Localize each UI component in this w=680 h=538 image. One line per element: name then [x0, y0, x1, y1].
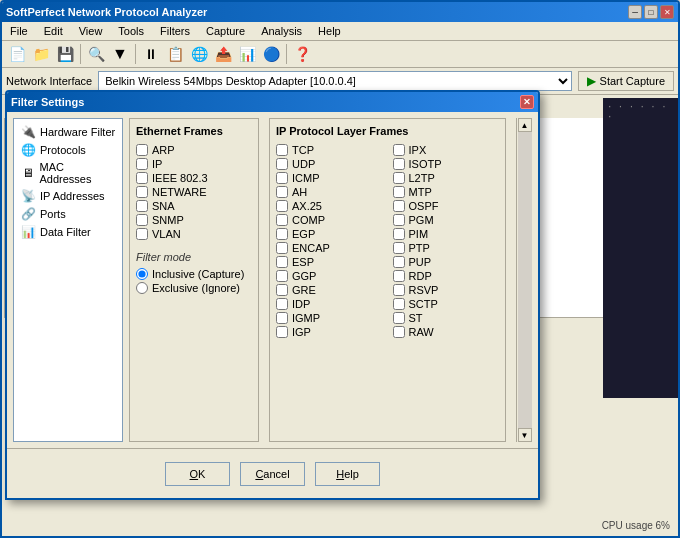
toolbar-save[interactable]: 💾: [54, 43, 76, 65]
ip-idp-checkbox[interactable]: [276, 298, 288, 310]
ip-ospf-checkbox[interactable]: [393, 200, 405, 212]
mac-icon: 🖥: [20, 166, 36, 180]
eth-snmp-checkbox[interactable]: [136, 214, 148, 226]
minimize-button[interactable]: ─: [628, 5, 642, 19]
toolbar-new[interactable]: 📄: [6, 43, 28, 65]
scroll-track[interactable]: [518, 132, 532, 428]
toolbar-filter[interactable]: ▼: [109, 43, 131, 65]
ip-tcp-label: TCP: [292, 144, 314, 156]
eth-vlan-checkbox[interactable]: [136, 228, 148, 240]
ip-raw-checkbox[interactable]: [393, 326, 405, 338]
ip-comp-checkbox[interactable]: [276, 214, 288, 226]
toolbar-globe[interactable]: 🌐: [188, 43, 210, 65]
ip-tcp: TCP: [276, 143, 383, 157]
ip-isotp-checkbox[interactable]: [393, 158, 405, 170]
scroll-down-arrow[interactable]: ▼: [518, 428, 532, 442]
ip-icmp: ICMP: [276, 171, 383, 185]
eth-ieee8023-label: IEEE 802.3: [152, 172, 208, 184]
menu-edit[interactable]: Edit: [40, 24, 67, 38]
sidebar-item-hardware-filter[interactable]: 🔌 Hardware Filter: [14, 123, 122, 141]
maximize-button[interactable]: □: [644, 5, 658, 19]
ip-rsvp-checkbox[interactable]: [393, 284, 405, 296]
eth-ieee8023-checkbox[interactable]: [136, 172, 148, 184]
menu-tools[interactable]: Tools: [114, 24, 148, 38]
eth-arp-checkbox[interactable]: [136, 144, 148, 156]
ip-rdp-checkbox[interactable]: [393, 270, 405, 282]
ip-pgm-checkbox[interactable]: [393, 214, 405, 226]
radio-inclusive-input[interactable]: [136, 268, 148, 280]
title-bar: SoftPerfect Network Protocol Analyzer ─ …: [2, 2, 678, 22]
close-button[interactable]: ✕: [660, 5, 674, 19]
ip-ipx-checkbox[interactable]: [393, 144, 405, 156]
menu-help[interactable]: Help: [314, 24, 345, 38]
ip-gre-checkbox[interactable]: [276, 284, 288, 296]
eth-ip-checkbox[interactable]: [136, 158, 148, 170]
toolbar-dot[interactable]: 🔵: [260, 43, 282, 65]
radio-exclusive: Exclusive (Ignore): [136, 281, 252, 295]
ip-frames-group: IP Protocol Layer Frames TCP UDP: [269, 118, 506, 442]
ip-ggp-checkbox[interactable]: [276, 270, 288, 282]
ip-igmp-checkbox[interactable]: [276, 312, 288, 324]
ip-st-checkbox[interactable]: [393, 312, 405, 324]
eth-netware-checkbox[interactable]: [136, 186, 148, 198]
ip-pup-checkbox[interactable]: [393, 256, 405, 268]
scrollbar[interactable]: ▲ ▼: [516, 118, 532, 442]
ip-ptp-checkbox[interactable]: [393, 242, 405, 254]
ok-button[interactable]: OK: [165, 462, 230, 486]
menu-view[interactable]: View: [75, 24, 107, 38]
menu-capture[interactable]: Capture: [202, 24, 249, 38]
ip-igmp-label: IGMP: [292, 312, 320, 324]
toolbar-open[interactable]: 📁: [30, 43, 52, 65]
eth-arp: ARP: [136, 143, 252, 157]
title-bar-buttons: ─ □ ✕: [628, 5, 674, 19]
eth-snmp-label: SNMP: [152, 214, 184, 226]
cancel-button[interactable]: Cancel: [240, 462, 305, 486]
sidebar-item-mac-addresses[interactable]: 🖥 MAC Addresses: [14, 159, 122, 187]
filter-mode-title: Filter mode: [136, 251, 252, 263]
cpu-usage: CPU usage 6%: [598, 519, 674, 532]
ip-sctp-checkbox[interactable]: [393, 298, 405, 310]
network-select[interactable]: Belkin Wireless 54Mbps Desktop Adapter […: [98, 71, 571, 91]
ip-encap-checkbox[interactable]: [276, 242, 288, 254]
ip-pim-label: PIM: [409, 228, 429, 240]
sidebar-item-ip-addresses[interactable]: 📡 IP Addresses: [14, 187, 122, 205]
radio-exclusive-input[interactable]: [136, 282, 148, 294]
eth-sna-checkbox[interactable]: [136, 200, 148, 212]
start-capture-button[interactable]: ▶ Start Capture: [578, 71, 674, 91]
dialog-close-button[interactable]: ✕: [520, 95, 534, 109]
ip-igp-label: IGP: [292, 326, 311, 338]
toolbar-pause[interactable]: ⏸: [140, 43, 162, 65]
ip-icmp-checkbox[interactable]: [276, 172, 288, 184]
toolbar-help[interactable]: ❓: [291, 43, 313, 65]
help-button[interactable]: Help: [315, 462, 380, 486]
ip-mtp-checkbox[interactable]: [393, 186, 405, 198]
ip-l2tp-checkbox[interactable]: [393, 172, 405, 184]
sidebar-item-data-filter[interactable]: 📊 Data Filter: [14, 223, 122, 241]
eth-arp-label: ARP: [152, 144, 175, 156]
menu-analysis[interactable]: Analysis: [257, 24, 306, 38]
eth-ip-label: IP: [152, 158, 162, 170]
ok-underline: O: [190, 468, 199, 480]
sidebar-item-protocols[interactable]: 🌐 Protocols: [14, 141, 122, 159]
sidebar-item-ports[interactable]: 🔗 Ports: [14, 205, 122, 223]
menu-file[interactable]: File: [6, 24, 32, 38]
toolbar-copy[interactable]: 📋: [164, 43, 186, 65]
ip-igp-checkbox[interactable]: [276, 326, 288, 338]
scroll-up-arrow[interactable]: ▲: [518, 118, 532, 132]
play-icon: ▶: [587, 74, 596, 88]
ip-tcp-checkbox[interactable]: [276, 144, 288, 156]
ip-pim-checkbox[interactable]: [393, 228, 405, 240]
toolbar-search[interactable]: 🔍: [85, 43, 107, 65]
menu-filters[interactable]: Filters: [156, 24, 194, 38]
ip-esp-checkbox[interactable]: [276, 256, 288, 268]
ip-encap: ENCAP: [276, 241, 383, 255]
ip-frames-title: IP Protocol Layer Frames: [276, 125, 499, 137]
toolbar-chart[interactable]: 📊: [236, 43, 258, 65]
ip-udp-checkbox[interactable]: [276, 158, 288, 170]
ip-ax25-checkbox[interactable]: [276, 200, 288, 212]
toolbar-export[interactable]: 📤: [212, 43, 234, 65]
frames-row: Ethernet Frames ARP IP IEEE 802.3: [129, 118, 532, 442]
menu-bar: File Edit View Tools Filters Capture Ana…: [2, 22, 678, 41]
ip-ah-checkbox[interactable]: [276, 186, 288, 198]
ip-egp-checkbox[interactable]: [276, 228, 288, 240]
